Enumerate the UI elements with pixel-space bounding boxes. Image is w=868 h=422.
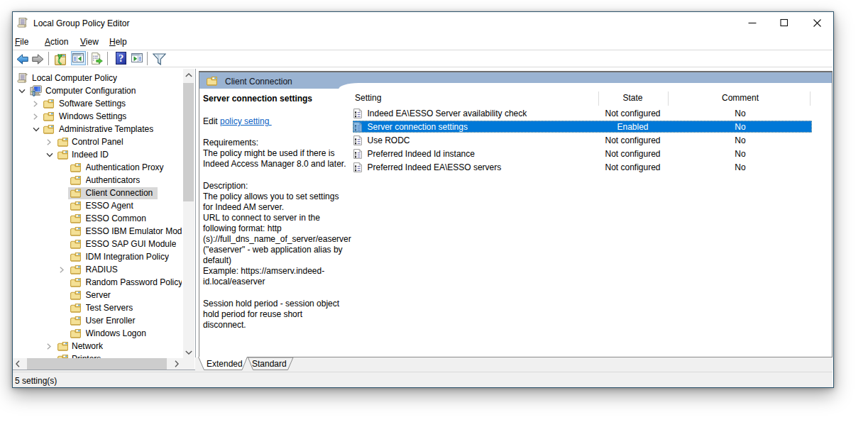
svg-text:?: ? (119, 52, 123, 63)
